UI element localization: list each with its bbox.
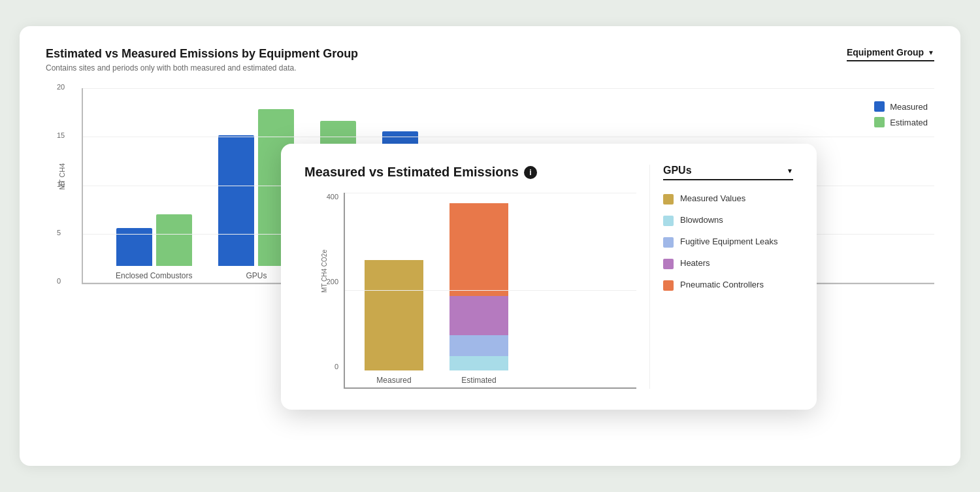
modal-title-row: Measured vs Estimated Emissions i: [304, 165, 636, 180]
bar-label-enclosed: Enclosed Combustors: [116, 271, 192, 280]
modal-legend-blowdowns: Blowdowns: [663, 215, 793, 226]
modal-legend-measured-values-swatch: [663, 194, 674, 205]
modal-legend-fugitive-label: Fugitive Equipment Leaks: [680, 237, 778, 246]
legend-estimated-swatch: [874, 117, 885, 127]
modal-legend-blowdowns-swatch: [663, 216, 674, 226]
modal-chart-area: 400 200 0 MT CH4 CO2e Measured: [304, 193, 636, 389]
modal-bar-measured-label: Measured: [376, 376, 411, 385]
modal-segment-blowdowns: [449, 356, 508, 370]
modal-gridline-mid: [345, 290, 636, 291]
bar-group-enclosed: Enclosed Combustors: [116, 214, 192, 280]
modal-y-axis-label: MT CH4 CO2e: [321, 250, 328, 293]
chevron-down-icon: ▼: [928, 49, 934, 56]
modal-bar-measured: [365, 260, 423, 370]
modal-legend-measured-values-label: Measured Values: [680, 193, 745, 203]
modal-bar-estimated-label: Estimated: [461, 376, 496, 385]
modal-legend-fugitive: Fugitive Equipment Leaks: [663, 237, 793, 248]
modal-measured-bar-wrapper: [365, 193, 423, 370]
bar-label-gpus: GPUs: [246, 271, 267, 280]
modal-legend-heaters: Heaters: [663, 258, 793, 269]
legend-estimated: Estimated: [874, 117, 928, 127]
bar-gpus-measured: [218, 135, 254, 266]
modal-legend-pneumatic: Pneumatic Controllers: [663, 280, 793, 291]
bar-pair-enclosed: [116, 214, 192, 266]
modal-legend-heaters-swatch: [663, 259, 674, 269]
modal-right-panel: GPUs ▼ Measured Values Blowdowns Fugitiv…: [649, 165, 793, 389]
equipment-group-dropdown[interactable]: Equipment Group ▼: [847, 47, 934, 61]
modal-y-axis: 400 200 0 MT CH4 CO2e: [304, 193, 344, 389]
bg-chart-subtitle: Contains sites and periods only with bot…: [46, 63, 358, 73]
bg-legend: Measured Estimated: [874, 101, 928, 127]
modal-legend-heaters-label: Heaters: [680, 258, 710, 268]
modal-bar-measured-group: Measured: [365, 193, 423, 385]
legend-estimated-label: Estimated: [890, 118, 928, 127]
bar-enclosed-estimated: [156, 214, 192, 266]
modal-title: Measured vs Estimated Emissions: [304, 165, 519, 180]
y-axis-label-container: MT CH4: [46, 88, 78, 265]
modal-legend-fugitive-swatch: [663, 237, 674, 248]
modal-bars-container: Measured Estimated: [345, 193, 636, 385]
bar-enclosed-measured: [116, 228, 152, 266]
modal-legend-measured-values: Measured Values: [663, 193, 793, 205]
modal-legend-pneumatic-swatch: [663, 280, 674, 291]
legend-measured-label: Measured: [890, 102, 928, 112]
modal-dropdown-label: GPUs: [663, 165, 692, 176]
bg-card-header: Estimated vs Measured Emissions by Equip…: [46, 47, 934, 73]
bg-chart-title: Estimated vs Measured Emissions by Equip…: [46, 47, 358, 61]
modal-chart-inner: Measured Estimated: [344, 193, 636, 389]
modal-gridline-top: [345, 193, 636, 193]
info-icon-label: i: [529, 168, 531, 177]
info-icon[interactable]: i: [524, 166, 537, 179]
bg-card-title-group: Estimated vs Measured Emissions by Equip…: [46, 47, 358, 73]
modal-segment-pneumatic: [449, 203, 508, 295]
modal-y-tick-0: 0: [335, 363, 338, 370]
modal-bar-estimated-group: Estimated: [449, 193, 508, 385]
modal-dropdown[interactable]: GPUs ▼: [663, 165, 793, 180]
y-axis-label: MT CH4: [58, 163, 66, 190]
legend-measured: Measured: [874, 101, 928, 112]
modal-card: Measured vs Estimated Emissions i 400 20…: [281, 144, 817, 410]
modal-legend: Measured Values Blowdowns Fugitive Equip…: [663, 193, 793, 291]
modal-estimated-bar-wrapper: [449, 193, 508, 370]
modal-left-panel: Measured vs Estimated Emissions i 400 20…: [304, 165, 649, 389]
modal-legend-pneumatic-label: Pneumatic Controllers: [680, 280, 764, 289]
modal-chevron-down-icon: ▼: [787, 167, 793, 174]
y-tick-0: 0: [57, 277, 61, 285]
modal-segment-heaters: [449, 296, 508, 335]
equipment-group-label: Equipment Group: [847, 47, 924, 57]
modal-segment-fugitive: [449, 335, 508, 357]
modal-legend-blowdowns-label: Blowdowns: [680, 215, 723, 225]
legend-measured-swatch: [874, 101, 885, 112]
modal-y-tick-400: 400: [327, 193, 338, 201]
